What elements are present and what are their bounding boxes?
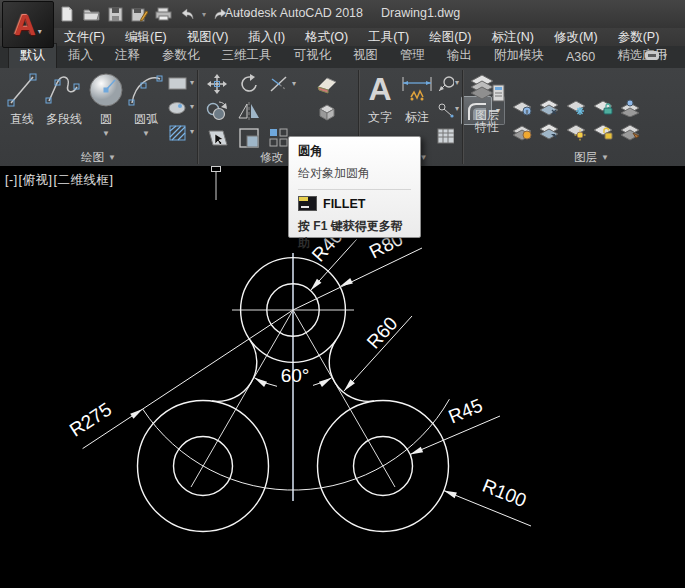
- rectangle-button[interactable]: [166, 72, 190, 96]
- erase-button[interactable]: [315, 72, 339, 96]
- tab-insert[interactable]: 插入: [57, 44, 104, 68]
- line-icon: [5, 71, 39, 109]
- hatch-button[interactable]: [166, 121, 190, 145]
- tab-addins[interactable]: 附加模块: [483, 44, 555, 68]
- dim-text-r100: R100: [479, 475, 529, 511]
- multileader-dropdown-caret[interactable]: ▾: [455, 104, 459, 113]
- circle-icon: [87, 71, 125, 109]
- multileader-button[interactable]: [436, 98, 454, 122]
- tab-a360[interactable]: A360: [555, 47, 606, 68]
- circle-dropdown-caret[interactable]: ▼: [102, 129, 110, 138]
- panel-layers: 图层 特性 0 ▾: [462, 68, 685, 166]
- layer-isolate-button[interactable]: [537, 98, 561, 118]
- save-icon[interactable]: [106, 5, 124, 23]
- tab-parametric[interactable]: 参数化: [151, 44, 211, 68]
- tooltip-title: 圆角: [298, 143, 411, 160]
- leader-dropdown-caret[interactable]: ▾: [455, 78, 459, 87]
- new-file-icon[interactable]: [58, 5, 76, 23]
- tooltip-separator: [298, 189, 411, 190]
- scale-button[interactable]: [237, 126, 261, 150]
- line-button[interactable]: 直线: [2, 71, 42, 128]
- panel-layers-footer[interactable]: 图层▼: [480, 149, 685, 165]
- text-icon: A: [368, 71, 391, 107]
- stretch-button[interactable]: [205, 126, 229, 150]
- move-button[interactable]: [205, 72, 229, 96]
- arc-icon: [127, 71, 165, 109]
- panel-layers-expand-caret: ▼: [601, 153, 609, 162]
- layer-make-current-button[interactable]: [618, 98, 642, 118]
- ribbon-collapse-button[interactable]: ▾: [644, 50, 667, 61]
- tooltip-description: 给对象加圆角: [298, 165, 411, 182]
- ribbon-collapse-caret-icon: ▾: [663, 51, 667, 60]
- ellipse-dropdown-caret[interactable]: ▾: [190, 102, 194, 111]
- fillet-tooltip: 圆角 给对象加圆角 FILLET 按 F1 键获得更多帮助: [288, 136, 421, 238]
- layer-lock-button[interactable]: [591, 98, 615, 118]
- tooltip-f1-hint: 按 F1 键获得更多帮助: [298, 218, 411, 252]
- layer-unlock-button[interactable]: [591, 122, 615, 142]
- ribbon-state-icon: [644, 50, 660, 61]
- arc-button[interactable]: 圆弧 ▼: [126, 71, 166, 138]
- open-folder-icon[interactable]: [82, 5, 100, 23]
- leader-button[interactable]: [436, 72, 454, 96]
- rectangle-dropdown-caret[interactable]: ▾: [190, 78, 194, 87]
- layer-off-button[interactable]: [510, 98, 534, 118]
- trim-button[interactable]: [267, 72, 291, 96]
- tab-view[interactable]: 视图: [342, 44, 389, 68]
- tab-featured-apps[interactable]: 精选应用: [606, 44, 678, 68]
- autocad-logo-icon: A: [14, 10, 36, 40]
- layer-properties-button[interactable]: 图层 特性: [466, 71, 508, 133]
- layer-thaw-button[interactable]: [564, 122, 588, 142]
- quick-access-toolbar: ▾ ▾ ▾: [58, 3, 250, 25]
- panel-draw-expand-caret: ▼: [108, 153, 116, 162]
- titlebar: ▾ ▾ ▾ Autodesk AutoCAD 2018Drawing1.dwg: [0, 0, 685, 28]
- hatch-dropdown-caret[interactable]: ▾: [190, 127, 194, 136]
- explode-button[interactable]: [315, 99, 339, 123]
- panel-draw: 直线 多段线 圆 ▼: [0, 68, 197, 166]
- command-line-icon: [298, 196, 317, 211]
- document-title: Drawing1.dwg: [381, 6, 460, 20]
- qat-customize-caret[interactable]: ▾: [246, 10, 250, 19]
- undo-dropdown-caret[interactable]: ▾: [202, 10, 206, 19]
- ellipse-button[interactable]: [166, 96, 190, 120]
- application-button[interactable]: A ▾: [2, 1, 54, 48]
- layer-freeze-button[interactable]: [564, 98, 588, 118]
- viewport-controls: [-][俯视][二维线框]: [5, 172, 115, 189]
- dim-text-r60: R60: [363, 313, 402, 353]
- plot-icon[interactable]: [154, 5, 172, 23]
- app-menu-caret-icon: ▾: [38, 27, 42, 36]
- tab-output[interactable]: 输出: [436, 44, 483, 68]
- tab-manage[interactable]: 管理: [389, 44, 436, 68]
- layer-walk-button[interactable]: [618, 122, 642, 142]
- tab-annotate[interactable]: 注释: [104, 44, 151, 68]
- layer-on-bulb-button[interactable]: [510, 122, 534, 142]
- panel-draw-footer[interactable]: 绘图▼: [0, 149, 197, 165]
- tab-3d-tools[interactable]: 三维工具: [211, 44, 283, 68]
- dim-text-r275: R275: [66, 398, 116, 440]
- redo-icon[interactable]: [212, 5, 230, 23]
- layer-match-button[interactable]: [537, 122, 561, 142]
- dimension-icon: [399, 71, 435, 107]
- tab-visualize[interactable]: 可视化: [283, 44, 343, 68]
- mirror-button[interactable]: [237, 99, 261, 123]
- copy-button[interactable]: [205, 99, 229, 123]
- dimension-button[interactable]: 标注: [398, 71, 436, 126]
- dim-text-angle: 60°: [281, 365, 310, 386]
- text-button[interactable]: A 文字: [362, 71, 398, 126]
- autocad-window: ▾ ▾ ▾ Autodesk AutoCAD 2018Drawing1.dwg …: [0, 0, 685, 588]
- viewport-control-view[interactable]: [俯视]: [19, 173, 53, 187]
- partial-object-top: [212, 167, 221, 201]
- trim-dropdown-caret[interactable]: ▾: [292, 79, 296, 88]
- dim-text-r45: R45: [445, 395, 485, 428]
- viewport-control-visual-style[interactable]: [二维线框]: [54, 173, 114, 187]
- save-as-icon[interactable]: [130, 5, 148, 23]
- polyline-button[interactable]: 多段线: [42, 71, 86, 128]
- viewport-control-minus[interactable]: [-]: [5, 173, 18, 187]
- arc-dropdown-caret[interactable]: ▼: [142, 129, 150, 138]
- redo-dropdown-caret[interactable]: ▾: [236, 10, 240, 19]
- layer-properties-icon: [468, 71, 506, 107]
- dimension-texts: R275 R80 R40 R60 R45 R100 60°: [66, 226, 530, 512]
- circle-button[interactable]: 圆 ▼: [86, 71, 126, 138]
- table-button[interactable]: [436, 124, 454, 148]
- rotate-button[interactable]: [237, 72, 261, 96]
- undo-icon[interactable]: [178, 5, 196, 23]
